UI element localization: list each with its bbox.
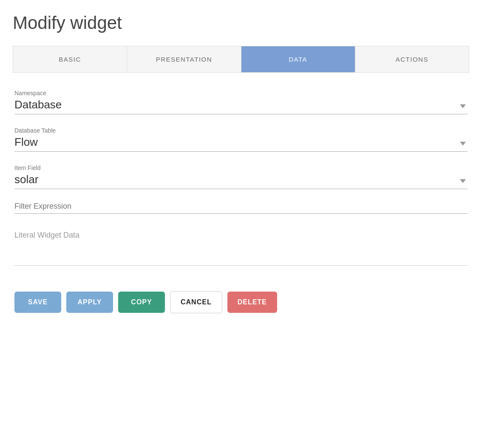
item-field-chevron-down-icon[interactable] <box>460 179 466 183</box>
tab-basic[interactable]: BASIC <box>13 46 127 72</box>
cancel-button[interactable]: CANCEL <box>170 291 222 313</box>
tab-actions[interactable]: ACTIONS <box>355 46 469 72</box>
namespace-select[interactable]: Database <box>14 98 468 114</box>
item-field-select[interactable]: solar <box>14 173 468 189</box>
literal-widget-data-underline <box>14 265 468 266</box>
item-field-value: solar <box>14 173 51 186</box>
database-table-field-group: Database Table Flow <box>14 127 468 152</box>
form-section: Namespace Database Database Table Flow I… <box>13 90 469 313</box>
item-field-label: Item Field <box>14 164 468 171</box>
tab-presentation[interactable]: PRESENTATION <box>127 46 241 72</box>
database-table-chevron-down-icon[interactable] <box>460 142 466 145</box>
namespace-chevron-down-icon[interactable] <box>460 104 466 108</box>
tab-bar: BASIC PRESENTATION DATA ACTIONS <box>13 46 469 73</box>
filter-expression-group <box>14 202 468 214</box>
database-table-label: Database Table <box>14 127 468 134</box>
literal-widget-data-label: Literal Widget Data <box>14 231 468 240</box>
copy-button[interactable]: COPY <box>118 292 165 313</box>
filter-expression-input[interactable] <box>14 202 468 214</box>
namespace-field-group: Namespace Database <box>14 90 468 114</box>
button-row: SAVE APPLY COPY CANCEL DELETE <box>14 287 468 313</box>
namespace-label: Namespace <box>14 90 468 96</box>
database-table-select[interactable]: Flow <box>14 136 468 152</box>
namespace-value: Database <box>14 98 74 111</box>
page-title: Modify widget <box>13 13 469 33</box>
literal-widget-data-group: Literal Widget Data <box>14 231 468 266</box>
apply-button[interactable]: APPLY <box>66 292 113 313</box>
save-button[interactable]: SAVE <box>14 292 61 313</box>
item-field-field-group: Item Field solar <box>14 164 468 189</box>
tab-data[interactable]: DATA <box>241 46 355 72</box>
database-table-value: Flow <box>14 136 51 148</box>
delete-button[interactable]: DELETE <box>227 292 277 313</box>
